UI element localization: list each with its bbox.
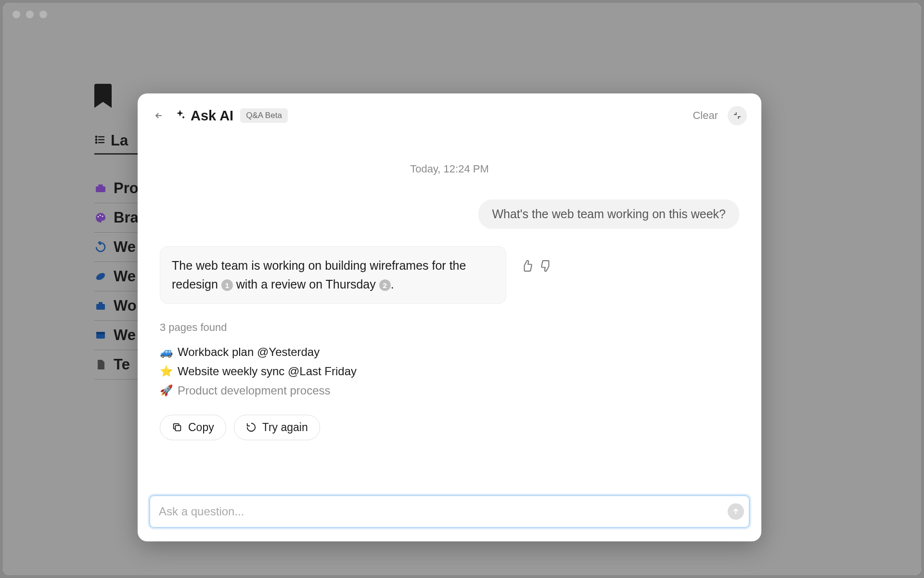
ai-response-text: . [391, 277, 394, 291]
list-item-label: Te [114, 356, 130, 373]
list-icon [94, 132, 106, 149]
try-again-button[interactable]: Try again [234, 415, 320, 440]
svg-point-4 [96, 139, 97, 140]
sparkle-icon [174, 109, 186, 122]
action-row: Copy Try again [160, 415, 739, 440]
list-item[interactable]: Wo [94, 291, 142, 321]
source-item[interactable]: ⭐ Website weekly sync @Last Friday [160, 362, 739, 381]
modal-body: Today, 12:24 PM What's the web team work… [138, 134, 761, 485]
ai-response-text: with a review on Thursday [233, 277, 379, 291]
football-icon [94, 270, 107, 283]
traffic-light-zoom[interactable] [39, 11, 47, 18]
question-input[interactable] [157, 498, 728, 525]
list-item-label: We [114, 268, 136, 285]
feedback-controls [521, 246, 552, 274]
list-item-label: Bra [114, 209, 139, 226]
source-item[interactable]: 🚙 Workback plan @Yesterday [160, 342, 739, 362]
modal-header: Ask AI Q&A Beta Clear [138, 93, 761, 134]
list-item-label: Wo [114, 297, 137, 315]
app-window: La Pro Bra We [3, 3, 921, 575]
ask-ai-modal: Ask AI Q&A Beta Clear Today, 12:24 PM Wh… [138, 93, 761, 541]
window-icon [94, 329, 107, 342]
citation-badge-2[interactable]: 2 [379, 279, 391, 291]
list-item[interactable]: Te [94, 350, 142, 380]
toolbox-icon [94, 182, 107, 195]
user-message: What's the web team working on this week… [478, 199, 739, 229]
thumbs-down-button[interactable] [540, 260, 552, 274]
pages-found-label: 3 pages found [160, 321, 739, 334]
svg-rect-16 [175, 425, 180, 431]
list-item-label: We [114, 238, 136, 256]
svg-point-10 [102, 216, 103, 217]
svg-point-3 [96, 136, 97, 137]
beta-badge: Q&A Beta [240, 108, 288, 123]
list-item[interactable]: We [94, 233, 142, 262]
question-input-container [149, 495, 750, 528]
bookmark-icon [94, 84, 112, 108]
svg-point-11 [95, 272, 106, 281]
rocket-emoji-icon: 🚀 [160, 384, 173, 397]
list-item-label: Pro [114, 180, 139, 197]
send-button[interactable] [728, 503, 744, 520]
list-item[interactable]: Pro [94, 174, 142, 203]
view-tab-label: La [111, 132, 128, 149]
star-emoji-icon: ⭐ [160, 365, 173, 378]
svg-rect-15 [96, 332, 105, 334]
source-title: Website weekly sync @Last Friday [178, 365, 357, 378]
back-button[interactable] [152, 109, 166, 122]
svg-point-8 [98, 216, 99, 218]
list-item[interactable]: Bra [94, 203, 142, 233]
source-title: Product development process [178, 384, 331, 397]
list-item-label: We [114, 327, 136, 344]
modal-title: Ask AI [191, 108, 233, 124]
try-again-label: Try again [262, 421, 308, 434]
briefcase-icon [94, 300, 107, 312]
svg-rect-6 [96, 186, 105, 192]
undo-icon [94, 241, 107, 253]
svg-rect-13 [99, 302, 103, 304]
palette-icon [94, 211, 107, 224]
view-tab[interactable]: La [94, 132, 138, 155]
list-item[interactable]: We [94, 262, 142, 291]
svg-rect-7 [98, 184, 103, 186]
traffic-light-minimize[interactable] [26, 11, 34, 18]
copy-label: Copy [188, 421, 214, 434]
conversation-timestamp: Today, 12:24 PM [160, 163, 739, 175]
copy-button[interactable]: Copy [160, 415, 226, 440]
traffic-light-close[interactable] [13, 11, 20, 18]
ai-response: The web team is working on building wire… [160, 246, 506, 304]
thumbs-up-button[interactable] [521, 260, 533, 274]
dimmed-backdrop: La Pro Bra We [3, 26, 921, 575]
svg-rect-12 [96, 304, 105, 310]
source-title: Workback plan @Yesterday [178, 345, 320, 359]
modal-footer [138, 485, 761, 541]
clear-button[interactable]: Clear [693, 109, 718, 122]
list-item[interactable]: We [94, 321, 142, 350]
citation-badge-1[interactable]: 1 [221, 279, 233, 291]
svg-point-5 [96, 142, 97, 143]
source-item[interactable]: 🚀 Product development process [160, 381, 739, 400]
svg-point-9 [100, 215, 101, 216]
file-icon [94, 358, 107, 371]
window-titlebar [3, 3, 921, 26]
collapse-button[interactable] [728, 106, 747, 125]
car-emoji-icon: 🚙 [160, 346, 173, 358]
